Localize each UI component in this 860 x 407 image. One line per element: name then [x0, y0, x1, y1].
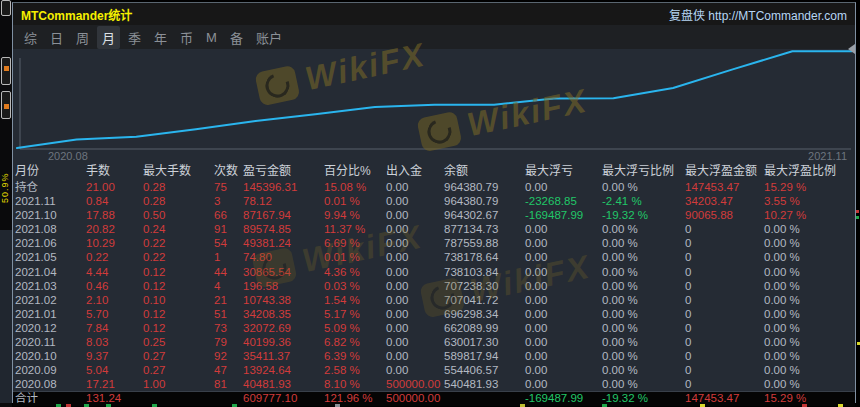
cell-flow: 0.00	[384, 307, 442, 321]
table-row[interactable]: 2020.109.370.279235411.376.39 %0.0058981…	[13, 349, 855, 363]
cell-mfpp: 0.00 %	[762, 349, 855, 363]
cell-pnl: 89574.85	[241, 222, 322, 236]
cell-month: 2020.08	[13, 377, 84, 391]
cell-mflp: -2.41 %	[600, 194, 683, 208]
cell-pnl: 196.58	[241, 279, 322, 293]
side-toolbar-button[interactable]	[1, 0, 11, 16]
cell-balance: 787559.88	[442, 236, 523, 250]
cell-balance: 964380.79	[442, 194, 523, 208]
cell-maxlots: 0.12	[141, 265, 212, 279]
cell-mfp: 0	[683, 293, 762, 307]
table-row[interactable]: 2020.0817.211.008140481.938.10 %500000.0…	[13, 377, 855, 391]
cell-month: 2020.11	[13, 335, 84, 349]
table-row[interactable]: 持仓21.000.2875145396.3115.08 %0.00964380.…	[13, 180, 855, 194]
menu-item-5[interactable]: 季	[123, 26, 146, 49]
table-row[interactable]: 2021.044.440.124430865.544.36 %0.0073810…	[13, 265, 855, 279]
menu-item-4[interactable]: 月	[97, 26, 120, 49]
table-footer-row[interactable]: 合计131.24609777.10121.96 %500000.00-16948…	[13, 391, 855, 406]
table-row[interactable]: 2021.1017.880.506687167.949.94 %0.009643…	[13, 208, 855, 222]
cell-mfl: 0.00	[523, 307, 600, 321]
cell-flow: 0.00	[384, 321, 442, 335]
menu-item-1[interactable]: 综	[19, 26, 42, 49]
side-toolbar-button[interactable]	[1, 57, 11, 85]
cell-balance: 554406.57	[442, 363, 523, 377]
table-row[interactable]: 2021.110.840.28378.120.01 %0.00964380.79…	[13, 194, 855, 208]
cell-maxlots: 0.25	[141, 335, 212, 349]
menu-item-8[interactable]: M	[201, 28, 222, 47]
column-header-mfpp[interactable]: 最大浮盈比例	[762, 163, 855, 180]
cell-mfpp: 15.29 %	[762, 180, 855, 194]
menu-item-2[interactable]: 日	[45, 26, 68, 49]
cell-mflp: 0.00 %	[600, 250, 683, 264]
cell-mflp: 0.00 %	[600, 349, 683, 363]
menu-item-7[interactable]: 币	[175, 26, 198, 49]
cell-balance: 877134.73	[442, 222, 523, 236]
cell-pct: 6.69 %	[322, 236, 384, 250]
cell-count: 51	[212, 307, 241, 321]
cell-mfp: 0	[683, 250, 762, 264]
column-header-lots[interactable]: 手数	[84, 163, 141, 180]
table-row[interactable]: 2021.030.460.124196.580.03 %0.00707238.3…	[13, 279, 855, 293]
cell-count: 44	[212, 265, 241, 279]
table-row[interactable]: 2020.118.030.257940199.366.82 %0.0063001…	[13, 335, 855, 349]
column-header-mfp[interactable]: 最大浮盈金额	[683, 163, 762, 180]
side-percentage-label: 50.9%	[0, 156, 12, 220]
window-title: MTCommander统计	[21, 6, 132, 23]
menu-item-6[interactable]: 年	[149, 26, 172, 49]
cell-lots: 2.10	[84, 293, 141, 307]
column-header-count[interactable]: 次数	[212, 163, 241, 180]
table-row[interactable]: 2020.095.040.274713924.642.58 %0.0055440…	[13, 363, 855, 377]
column-header-pnl[interactable]: 盈亏金额	[241, 163, 322, 180]
cell-mfl: 0.00	[523, 180, 600, 194]
cell-mfl: 0.00	[523, 250, 600, 264]
cell-month: 2021.04	[13, 265, 84, 279]
cell-balance: 738103.84	[442, 265, 523, 279]
table-row[interactable]: 2021.050.220.22174.800.01 %0.00738178.64…	[13, 250, 855, 264]
cell-mfp: 34203.47	[683, 194, 762, 208]
cell-mfp: 0	[683, 321, 762, 335]
cell-flow: 0.00	[384, 222, 442, 236]
brand-link[interactable]: 复盘侠 http://MTCommander.com	[669, 6, 847, 23]
cell-pct: 15.08 %	[322, 180, 384, 194]
cell-month: 2021.06	[13, 236, 84, 250]
cell-maxlots: 0.24	[141, 222, 212, 236]
column-header-flow[interactable]: 出入金	[384, 163, 442, 180]
cell-flow: 0.00	[384, 180, 442, 194]
column-header-balance[interactable]: 余额	[442, 163, 523, 180]
cell-flow: 0.00	[384, 279, 442, 293]
cell-mflp: -19.32 %	[600, 392, 683, 406]
cell-mfpp: 0.00 %	[762, 265, 855, 279]
column-header-maxlots[interactable]: 最大手数	[141, 163, 212, 180]
chart-scroll-arrow-icon[interactable]	[848, 44, 855, 54]
table-row[interactable]: 2021.015.700.125134208.355.17 %0.0069629…	[13, 307, 855, 321]
menu-item-10[interactable]: 账户	[251, 26, 287, 49]
cell-mflp: 0.00 %	[600, 363, 683, 377]
cell-flow: 0.00	[384, 208, 442, 222]
cell-pct: 6.39 %	[322, 349, 384, 363]
table-row[interactable]: 2021.0820.820.249189574.8511.37 %0.00877…	[13, 222, 855, 236]
table-row[interactable]: 2021.022.100.102110743.381.54 %0.0070704…	[13, 293, 855, 307]
cell-month: 2021.11	[13, 194, 84, 208]
column-header-pct[interactable]: 百分比%	[322, 163, 384, 180]
column-header-mflp[interactable]: 最大浮亏比例	[600, 163, 683, 180]
cell-mfp: 147453.47	[683, 392, 762, 406]
cell-mflp: 0.00 %	[600, 321, 683, 335]
menu-item-3[interactable]: 周	[71, 26, 94, 49]
table-row[interactable]: 2020.127.840.127332072.695.09 %0.0066208…	[13, 321, 855, 335]
cell-mfpp: 0.00 %	[762, 335, 855, 349]
cell-balance: 696298.34	[442, 307, 523, 321]
cell-mflp: 0.00 %	[600, 236, 683, 250]
cell-month: 2021.08	[13, 222, 84, 236]
cell-balance: 707041.72	[442, 293, 523, 307]
column-header-month[interactable]: 月份	[13, 163, 84, 180]
cell-balance: 630017.30	[442, 335, 523, 349]
cell-count: 79	[212, 335, 241, 349]
side-toolbar-button[interactable]	[1, 91, 11, 119]
cell-month: 2020.12	[13, 321, 84, 335]
cell-mfp: 0	[683, 349, 762, 363]
menu-item-9[interactable]: 备	[225, 26, 248, 49]
cell-count: 54	[212, 236, 241, 250]
background-window-left-strip: 50.9%	[0, 0, 12, 407]
table-row[interactable]: 2021.0610.290.225449381.246.69 %0.007875…	[13, 236, 855, 250]
column-header-mfl[interactable]: 最大浮亏	[523, 163, 600, 180]
